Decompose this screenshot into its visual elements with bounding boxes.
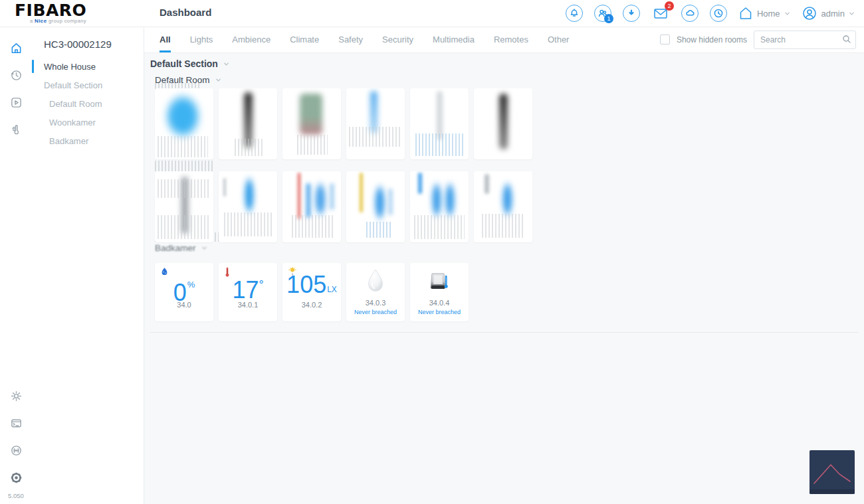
top-bar: FIBARO a Nice group company Dashboard 1 …: [0, 0, 864, 27]
rail-swagger-button[interactable]: [9, 471, 23, 484]
tab-security[interactable]: Security: [382, 27, 413, 52]
thermometer-icon: [10, 124, 23, 136]
rail-bottom-group: [9, 389, 23, 484]
device-tile-loading[interactable]: [410, 171, 469, 242]
clock-button[interactable]: [710, 5, 727, 22]
motion-blur-ghost: [155, 161, 213, 171]
device-tile-luminosity[interactable]: 105LX 34.0.2: [282, 263, 341, 321]
luminosity-unit: LX: [327, 285, 337, 294]
humidity-unit: %: [187, 280, 195, 290]
users-badge: 1: [604, 14, 613, 23]
mail-badge: 2: [665, 1, 674, 11]
category-tabs: All Lights Ambience Climate Safety Secur…: [160, 27, 569, 52]
mail-button[interactable]: 2: [651, 5, 670, 22]
dashboard-scroll-area[interactable]: Default Section Default Room: [144, 53, 864, 504]
chevron-down-icon: [223, 61, 229, 67]
sidebar-item-default-section[interactable]: Default Section: [32, 76, 144, 95]
cloud-button[interactable]: [681, 5, 699, 22]
home-selector[interactable]: Home: [738, 6, 790, 21]
gateway-serial: HC3-00002129: [32, 27, 144, 54]
device-status: Never breached: [346, 309, 405, 315]
tab-other[interactable]: Other: [548, 27, 570, 52]
rail-scenes-button[interactable]: [9, 96, 23, 109]
device-tile-flood-sensor[interactable]: 34.0.3 Never breached: [346, 263, 405, 321]
update-button[interactable]: [623, 5, 640, 22]
history-clock-icon: [10, 69, 23, 82]
sidebar-item-whole-house[interactable]: Whole House: [32, 58, 144, 76]
device-tile-loading[interactable]: [346, 88, 405, 159]
alarm-button[interactable]: [566, 5, 583, 22]
api-braces-icon: [10, 444, 23, 457]
device-tile-loading[interactable]: [474, 171, 532, 242]
category-tabbar: All Lights Ambience Climate Safety Secur…: [144, 27, 864, 53]
chevron-down-icon: [215, 77, 221, 83]
main-content: All Lights Ambience Climate Safety Secur…: [144, 27, 864, 504]
tab-all[interactable]: All: [160, 27, 171, 52]
download-arrow-icon: [627, 9, 636, 18]
tab-multimedia[interactable]: Multimedia: [433, 27, 475, 52]
device-tile-loading[interactable]: [282, 88, 341, 159]
tab-safety[interactable]: Safety: [338, 27, 363, 52]
tab-lights[interactable]: Lights: [190, 27, 213, 52]
user-name: admin: [821, 9, 845, 19]
logo-text: FIBARO: [15, 3, 134, 19]
luminosity-value: 105LX: [282, 272, 341, 302]
rail-climate-button[interactable]: [9, 123, 23, 136]
rail-home-button[interactable]: [9, 41, 23, 54]
avatar-icon: [802, 5, 817, 21]
section-divider: [150, 332, 859, 333]
device-tile-humidity[interactable]: 0% 34.0: [155, 263, 213, 321]
users-button[interactable]: 1: [594, 5, 611, 22]
section-title: Default Section: [150, 58, 218, 69]
sidebar-item-woonkamer[interactable]: Woonkamer: [32, 114, 144, 132]
device-status: Never breached: [410, 309, 469, 315]
rooms-sidebar: HC3-00002129 Whole House Default Section…: [32, 27, 144, 504]
tabbar-controls: Show hidden rooms: [660, 31, 856, 49]
device-tile-loading[interactable]: [219, 171, 277, 242]
version-label: 5.050: [8, 492, 24, 499]
room-header-badkamer[interactable]: Badkamer: [155, 243, 207, 253]
swagger-gear-icon: [10, 471, 23, 484]
tab-climate[interactable]: Climate: [290, 27, 319, 52]
temperature-value: 17°: [219, 272, 277, 303]
page-title: Dashboard: [160, 7, 211, 18]
flood-sensor-image: [346, 268, 405, 296]
left-rail: 5.050: [0, 27, 33, 504]
section-header-default-section[interactable]: Default Section: [150, 58, 229, 69]
device-label: 34.0.1: [219, 301, 277, 309]
rail-console-button[interactable]: [9, 416, 23, 430]
device-tile-loading[interactable]: [155, 88, 213, 159]
logo-tagline: a Nice group company: [30, 18, 134, 24]
chevron-down-icon: [784, 11, 790, 17]
terminal-icon: [10, 417, 23, 430]
home-icon: [738, 6, 753, 21]
chevron-down-icon: [201, 245, 207, 251]
tab-ambience[interactable]: Ambience: [232, 27, 270, 52]
user-menu[interactable]: admin: [802, 5, 855, 21]
device-tile-loading[interactable]: [155, 171, 213, 242]
device-tile-loading[interactable]: [410, 88, 469, 159]
rail-history-button[interactable]: [9, 68, 23, 82]
room-title: Badkamer: [155, 243, 196, 253]
device-tile-loading[interactable]: [219, 88, 277, 159]
home-icon: [10, 42, 23, 54]
sidebar-item-badkamer[interactable]: Badkamer: [32, 132, 144, 151]
rail-settings-button[interactable]: [9, 389, 23, 402]
show-hidden-rooms-checkbox[interactable]: [660, 35, 670, 44]
device-tile-loading[interactable]: [346, 171, 405, 242]
header-actions: 1 2 Home admin: [566, 0, 855, 27]
device-tile-temperature[interactable]: 17° 34.0.1: [219, 263, 277, 321]
sidebar-item-default-room[interactable]: Default Room: [32, 95, 144, 114]
home-label: Home: [757, 9, 780, 19]
chevron-down-icon: [849, 11, 855, 17]
search-input[interactable]: [754, 35, 855, 44]
device-tile-loading[interactable]: [282, 171, 341, 242]
clock-icon: [713, 8, 724, 19]
rail-api-button[interactable]: [9, 444, 23, 457]
device-tile-smoke-sensor[interactable]: 34.0.4 Never breached: [410, 263, 469, 321]
tab-remotes[interactable]: Remotes: [494, 27, 528, 52]
device-label: 34.0.4: [410, 299, 469, 307]
fibaro-intercom-widget[interactable]: [810, 450, 855, 494]
device-tile-loading[interactable]: [474, 88, 532, 159]
temperature-unit: °: [259, 278, 263, 292]
